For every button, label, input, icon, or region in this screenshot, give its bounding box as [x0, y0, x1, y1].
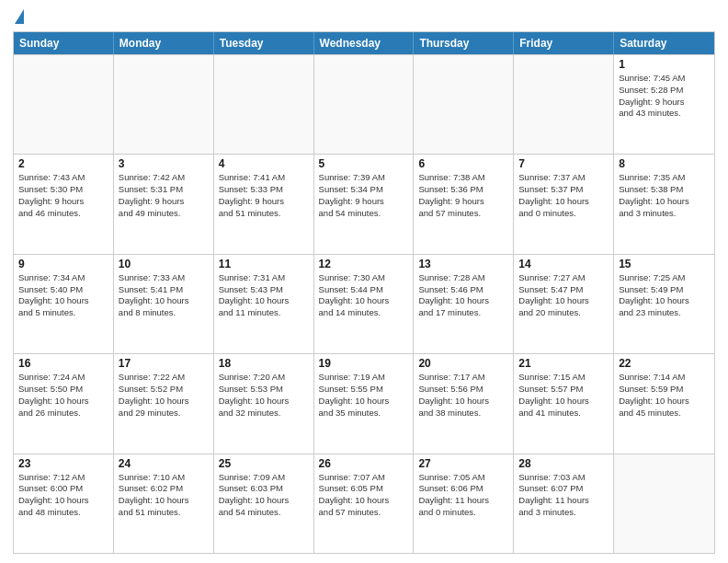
calendar-cell: 23Sunrise: 7:12 AM Sunset: 6:00 PM Dayli…	[14, 454, 114, 553]
calendar-cell	[214, 55, 314, 154]
day-number: 13	[418, 258, 508, 270]
day-info: Sunrise: 7:25 AM Sunset: 5:49 PM Dayligh…	[619, 272, 710, 319]
day-number: 20	[418, 357, 508, 370]
calendar-body: 1Sunrise: 7:45 AM Sunset: 5:28 PM Daylig…	[14, 54, 714, 553]
day-number: 25	[219, 457, 309, 470]
logo	[13, 11, 24, 24]
day-info: Sunrise: 7:34 AM Sunset: 5:40 PM Dayligh…	[18, 272, 108, 319]
day-info: Sunrise: 7:19 AM Sunset: 5:55 PM Dayligh…	[319, 372, 409, 419]
calendar-cell: 9Sunrise: 7:34 AM Sunset: 5:40 PM Daylig…	[14, 255, 114, 353]
day-info: Sunrise: 7:05 AM Sunset: 6:06 PM Dayligh…	[418, 472, 508, 519]
calendar-cell: 6Sunrise: 7:38 AM Sunset: 5:36 PM Daylig…	[414, 155, 514, 253]
calendar-cell: 15Sunrise: 7:25 AM Sunset: 5:49 PM Dayli…	[614, 255, 714, 353]
calendar-cell: 12Sunrise: 7:30 AM Sunset: 5:44 PM Dayli…	[314, 255, 415, 353]
calendar-row: 16Sunrise: 7:24 AM Sunset: 5:50 PM Dayli…	[14, 353, 714, 453]
calendar-cell: 16Sunrise: 7:24 AM Sunset: 5:50 PM Dayli…	[14, 354, 114, 453]
day-info: Sunrise: 7:09 AM Sunset: 6:03 PM Dayligh…	[219, 472, 309, 519]
day-info: Sunrise: 7:27 AM Sunset: 5:47 PM Dayligh…	[518, 272, 609, 319]
calendar-header-row: SundayMondayTuesdayWednesdayThursdayFrid…	[14, 32, 714, 54]
calendar-cell	[414, 55, 514, 154]
day-number: 18	[219, 357, 309, 370]
calendar-cell: 5Sunrise: 7:39 AM Sunset: 5:34 PM Daylig…	[314, 155, 415, 253]
calendar-cell: 22Sunrise: 7:14 AM Sunset: 5:59 PM Dayli…	[614, 354, 714, 453]
day-number: 26	[319, 457, 409, 470]
day-number: 28	[518, 457, 609, 470]
day-number: 14	[518, 258, 609, 270]
calendar-header-cell: Monday	[114, 32, 214, 54]
calendar-cell: 8Sunrise: 7:35 AM Sunset: 5:38 PM Daylig…	[614, 155, 714, 253]
day-info: Sunrise: 7:20 AM Sunset: 5:53 PM Dayligh…	[219, 372, 309, 419]
day-info: Sunrise: 7:33 AM Sunset: 5:41 PM Dayligh…	[119, 272, 209, 319]
day-number: 9	[18, 258, 108, 270]
day-number: 1	[619, 58, 710, 71]
day-number: 19	[319, 357, 409, 370]
calendar-cell: 10Sunrise: 7:33 AM Sunset: 5:41 PM Dayli…	[114, 255, 214, 353]
calendar-cell: 25Sunrise: 7:09 AM Sunset: 6:03 PM Dayli…	[214, 454, 314, 553]
logo-triangle-icon	[15, 9, 24, 24]
day-info: Sunrise: 7:31 AM Sunset: 5:43 PM Dayligh…	[219, 272, 309, 319]
day-number: 27	[418, 457, 508, 470]
calendar-cell: 2Sunrise: 7:43 AM Sunset: 5:30 PM Daylig…	[14, 155, 114, 253]
day-info: Sunrise: 7:38 AM Sunset: 5:36 PM Dayligh…	[418, 172, 508, 219]
day-number: 23	[18, 457, 108, 470]
day-number: 10	[119, 258, 209, 270]
day-number: 15	[619, 258, 710, 270]
calendar-cell: 19Sunrise: 7:19 AM Sunset: 5:55 PM Dayli…	[314, 354, 415, 453]
calendar-row: 2Sunrise: 7:43 AM Sunset: 5:30 PM Daylig…	[14, 154, 714, 253]
calendar-cell: 21Sunrise: 7:15 AM Sunset: 5:57 PM Dayli…	[514, 354, 614, 453]
day-number: 7	[518, 157, 609, 170]
calendar-cell: 1Sunrise: 7:45 AM Sunset: 5:28 PM Daylig…	[614, 55, 714, 154]
calendar-cell: 13Sunrise: 7:28 AM Sunset: 5:46 PM Dayli…	[414, 255, 514, 353]
calendar-header-cell: Wednesday	[314, 32, 415, 54]
day-number: 3	[119, 157, 209, 170]
day-info: Sunrise: 7:15 AM Sunset: 5:57 PM Dayligh…	[518, 372, 609, 419]
calendar-cell: 14Sunrise: 7:27 AM Sunset: 5:47 PM Dayli…	[514, 255, 614, 353]
calendar-cell	[114, 55, 214, 154]
day-info: Sunrise: 7:28 AM Sunset: 5:46 PM Dayligh…	[418, 272, 508, 319]
calendar-row: 1Sunrise: 7:45 AM Sunset: 5:28 PM Daylig…	[14, 54, 714, 154]
calendar-cell	[14, 55, 114, 154]
day-number: 11	[219, 258, 309, 270]
day-info: Sunrise: 7:03 AM Sunset: 6:07 PM Dayligh…	[518, 472, 609, 519]
calendar-cell: 11Sunrise: 7:31 AM Sunset: 5:43 PM Dayli…	[214, 255, 314, 353]
calendar-cell	[614, 454, 714, 553]
day-info: Sunrise: 7:42 AM Sunset: 5:31 PM Dayligh…	[119, 172, 209, 219]
day-number: 2	[18, 157, 108, 170]
day-info: Sunrise: 7:17 AM Sunset: 5:56 PM Dayligh…	[418, 372, 508, 419]
day-info: Sunrise: 7:37 AM Sunset: 5:37 PM Dayligh…	[518, 172, 609, 219]
calendar-header-cell: Thursday	[414, 32, 514, 54]
header	[13, 11, 715, 24]
day-info: Sunrise: 7:14 AM Sunset: 5:59 PM Dayligh…	[619, 372, 710, 419]
calendar-cell: 24Sunrise: 7:10 AM Sunset: 6:02 PM Dayli…	[114, 454, 214, 553]
day-number: 21	[518, 357, 609, 370]
day-number: 5	[319, 157, 409, 170]
calendar-cell: 17Sunrise: 7:22 AM Sunset: 5:52 PM Dayli…	[114, 354, 214, 453]
calendar-cell	[514, 55, 614, 154]
calendar-cell: 27Sunrise: 7:05 AM Sunset: 6:06 PM Dayli…	[414, 454, 514, 553]
calendar-header-cell: Tuesday	[214, 32, 314, 54]
calendar-cell	[314, 55, 415, 154]
calendar-cell: 18Sunrise: 7:20 AM Sunset: 5:53 PM Dayli…	[214, 354, 314, 453]
calendar-cell: 7Sunrise: 7:37 AM Sunset: 5:37 PM Daylig…	[514, 155, 614, 253]
day-number: 6	[418, 157, 508, 170]
day-number: 22	[619, 357, 710, 370]
day-info: Sunrise: 7:39 AM Sunset: 5:34 PM Dayligh…	[319, 172, 409, 219]
day-number: 8	[619, 157, 710, 170]
day-number: 12	[319, 258, 409, 270]
day-info: Sunrise: 7:12 AM Sunset: 6:00 PM Dayligh…	[18, 472, 108, 519]
day-info: Sunrise: 7:45 AM Sunset: 5:28 PM Dayligh…	[619, 73, 710, 120]
calendar-cell: 26Sunrise: 7:07 AM Sunset: 6:05 PM Dayli…	[314, 454, 415, 553]
page: SundayMondayTuesdayWednesdayThursdayFrid…	[0, 0, 728, 563]
calendar-row: 23Sunrise: 7:12 AM Sunset: 6:00 PM Dayli…	[14, 454, 714, 553]
calendar-cell: 4Sunrise: 7:41 AM Sunset: 5:33 PM Daylig…	[214, 155, 314, 253]
calendar-cell: 20Sunrise: 7:17 AM Sunset: 5:56 PM Dayli…	[414, 354, 514, 453]
calendar-header-cell: Saturday	[614, 32, 714, 54]
day-info: Sunrise: 7:41 AM Sunset: 5:33 PM Dayligh…	[219, 172, 309, 219]
calendar-row: 9Sunrise: 7:34 AM Sunset: 5:40 PM Daylig…	[14, 254, 714, 353]
day-number: 4	[219, 157, 309, 170]
calendar-cell: 3Sunrise: 7:42 AM Sunset: 5:31 PM Daylig…	[114, 155, 214, 253]
day-info: Sunrise: 7:24 AM Sunset: 5:50 PM Dayligh…	[18, 372, 108, 419]
calendar: SundayMondayTuesdayWednesdayThursdayFrid…	[13, 31, 715, 554]
calendar-header-cell: Friday	[514, 32, 614, 54]
day-info: Sunrise: 7:10 AM Sunset: 6:02 PM Dayligh…	[119, 472, 209, 519]
